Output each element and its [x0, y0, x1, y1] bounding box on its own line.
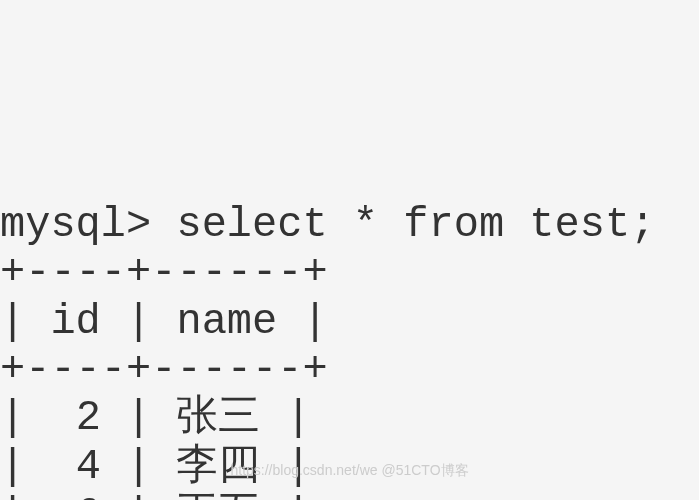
sql-command: select * from test;: [176, 201, 655, 249]
table-border-mid: +----+------+: [0, 346, 328, 394]
watermark: https://blog.csdn.net/we @51CTO博客: [230, 462, 468, 478]
cell-name: 张三: [176, 394, 260, 442]
table-header: | id | name |: [0, 298, 328, 346]
table-border-top: +----+------+: [0, 249, 328, 297]
prompt: mysql>: [0, 201, 176, 249]
cell-id: 2: [76, 394, 101, 442]
cell-name: 王五: [176, 491, 260, 500]
terminal-output: mysql> select * from test; +----+------+…: [0, 201, 699, 500]
cell-id: 4: [76, 443, 101, 491]
table-row: | 6 | 王五 |: [0, 491, 311, 500]
cell-id: 6: [76, 491, 101, 500]
table-row: | 2 | 张三 |: [0, 394, 311, 442]
